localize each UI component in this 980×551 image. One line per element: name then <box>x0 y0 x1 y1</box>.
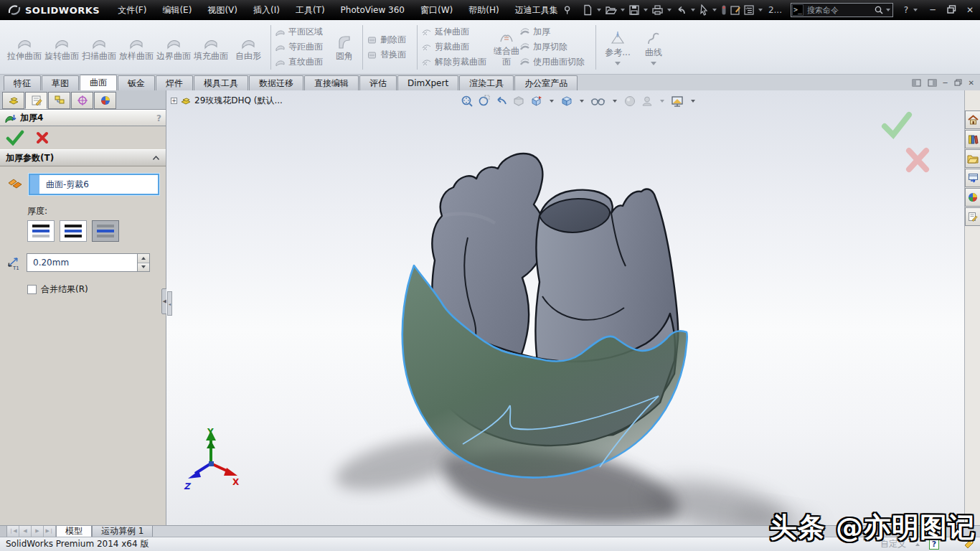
command-tab[interactable]: 办公室产品 <box>514 75 578 90</box>
print-icon[interactable] <box>651 3 664 17</box>
hide-show-items-icon[interactable] <box>590 95 606 108</box>
viewport-ok-button[interactable] <box>885 115 909 135</box>
tab-dimxpert-manager[interactable] <box>71 92 93 109</box>
graphics-viewport[interactable]: + 29玫瑰花DHQ (默认... <box>166 90 964 525</box>
tab-feature-manager[interactable] <box>2 92 24 109</box>
ribbon-small-button[interactable]: 加厚 <box>519 25 592 39</box>
doc-pane-right-icon[interactable] <box>928 79 937 87</box>
command-tab[interactable]: 草图 <box>42 75 79 90</box>
ribbon-large-button[interactable]: 自由形 <box>230 32 267 61</box>
apply-scene-caret[interactable] <box>660 100 664 103</box>
doc-pane-left-icon[interactable] <box>912 79 921 87</box>
menu-item[interactable]: PhotoView 360 <box>333 0 413 20</box>
tab-display-manager[interactable] <box>94 92 116 109</box>
reference-geometry-button[interactable]: 参考... <box>600 29 636 65</box>
command-tab[interactable]: 焊件 <box>156 75 193 90</box>
select-cursor-icon[interactable] <box>698 3 710 17</box>
tab-nav-first[interactable]: ❘◀ <box>7 526 19 537</box>
rose-3d-model[interactable] <box>166 90 964 525</box>
viewport-cancel-button[interactable] <box>909 151 926 169</box>
ribbon-large-button[interactable]: 扫描曲面 <box>80 32 118 61</box>
close-button[interactable]: ✕ <box>964 5 976 15</box>
thickness-input[interactable]: 0.20mm <box>27 253 150 272</box>
ribbon-small-button[interactable]: 直纹曲面 <box>275 55 330 69</box>
new-document-icon[interactable] <box>581 3 594 17</box>
bottom-tab[interactable]: 运动算例 1 <box>92 526 153 537</box>
curves-button[interactable]: 曲线 <box>636 29 672 65</box>
spin-up-button[interactable] <box>138 254 149 263</box>
cancel-button[interactable] <box>36 131 49 144</box>
design-library-icon[interactable] <box>965 130 980 149</box>
command-tab[interactable]: 模具工具 <box>194 75 248 90</box>
open-caret[interactable] <box>621 9 625 11</box>
save-caret[interactable] <box>644 9 648 11</box>
display-style-caret[interactable] <box>580 100 584 103</box>
view-settings-icon[interactable] <box>671 95 684 108</box>
menu-item[interactable]: 视图(V) <box>199 0 245 20</box>
view-palette-icon[interactable] <box>965 169 980 187</box>
fillet-button[interactable]: 圆角 <box>330 32 359 61</box>
zoom-area-icon[interactable] <box>478 95 491 108</box>
surface-selection-listbox[interactable]: 曲面-剪裁6 <box>29 174 159 195</box>
undo-caret[interactable] <box>691 9 695 11</box>
merge-result-checkbox[interactable] <box>27 285 37 294</box>
tab-bar-grip[interactable] <box>0 526 7 537</box>
ribbon-large-button[interactable]: 边界曲面 <box>155 32 192 61</box>
tab-nav-last[interactable]: ▶❘ <box>44 526 56 537</box>
menu-item[interactable]: 文件(F) <box>110 0 154 20</box>
search-icon[interactable] <box>874 5 884 15</box>
tree-expander-icon[interactable]: + <box>171 98 177 104</box>
ribbon-large-button[interactable]: 拉伸曲面 <box>6 32 43 61</box>
thicken-both-sides-button[interactable] <box>60 220 87 242</box>
quick-label[interactable]: 2... <box>768 5 782 15</box>
bottom-tab[interactable]: 模型 <box>56 526 92 537</box>
file-explorer-icon[interactable] <box>965 149 980 168</box>
section-view-icon[interactable] <box>512 95 525 108</box>
customize-caret[interactable] <box>915 543 920 546</box>
ribbon-small-button[interactable]: 等距曲面 <box>275 40 330 54</box>
thicken-side1-button[interactable] <box>27 220 55 242</box>
custom-properties-icon[interactable] <box>965 207 980 226</box>
search-input[interactable]: 搜索命令 <box>804 5 874 16</box>
edit-appearance-icon[interactable] <box>729 3 742 17</box>
resources-home-icon[interactable] <box>965 110 980 129</box>
command-tab[interactable]: 评估 <box>359 75 397 90</box>
tab-configuration-manager[interactable] <box>48 92 70 109</box>
tab-nav-prev[interactable]: ◀ <box>19 526 32 537</box>
thicken-side2-button[interactable] <box>92 220 119 242</box>
save-icon[interactable] <box>628 3 641 17</box>
ribbon-small-button[interactable]: 加厚切除 <box>519 40 592 54</box>
customize-label[interactable]: 自定义 <box>880 538 906 550</box>
ribbon-small-button[interactable]: 删除面 <box>367 33 413 47</box>
restore-button[interactable] <box>946 5 957 16</box>
tag-icon[interactable] <box>963 539 974 550</box>
display-style-icon[interactable] <box>560 95 573 108</box>
curves-caret[interactable] <box>651 62 656 65</box>
ribbon-small-button[interactable]: 剪裁曲面 <box>421 40 494 54</box>
help-icon[interactable]: ? <box>156 113 161 123</box>
ribbon-large-button[interactable]: 旋转曲面 <box>43 32 80 61</box>
tab-nav-next[interactable]: ▶ <box>32 526 44 537</box>
appearances-icon[interactable] <box>965 188 980 207</box>
command-search[interactable]: >_ 搜索命令 <box>791 3 893 17</box>
view-settings-caret[interactable] <box>691 100 695 103</box>
zoom-fit-icon[interactable] <box>461 95 473 108</box>
tab-property-manager[interactable] <box>25 92 47 109</box>
hide-show-caret[interactable] <box>613 100 617 103</box>
options-caret[interactable] <box>758 9 763 11</box>
view-orientation-icon[interactable] <box>529 95 543 108</box>
menu-item[interactable]: 迈迪工具集 <box>507 0 566 20</box>
ribbon-small-button[interactable]: 平面区域 <box>275 25 330 39</box>
command-tab[interactable]: 渲染工具 <box>459 75 514 90</box>
flyout-feature-tree[interactable]: + 29玫瑰花DHQ (默认... <box>171 95 283 107</box>
ok-button[interactable] <box>6 130 24 146</box>
undo-icon[interactable] <box>674 3 688 17</box>
help-button[interactable]: ? <box>900 5 912 15</box>
menu-item[interactable]: 插入(I) <box>245 0 288 20</box>
search-caret[interactable] <box>886 9 890 11</box>
open-icon[interactable] <box>604 3 618 17</box>
command-tab[interactable]: 钣金 <box>118 75 155 90</box>
command-tab[interactable]: 数据迁移 <box>249 75 303 90</box>
select-caret[interactable] <box>712 9 717 11</box>
quick-tips-icon[interactable]: ? <box>929 540 939 550</box>
